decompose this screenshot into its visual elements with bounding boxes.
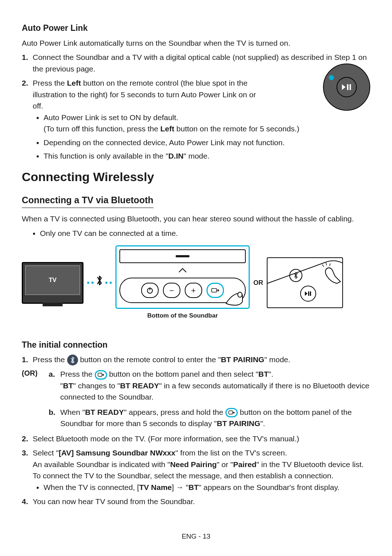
ic-step-1: 1. Press the PAIR button on the remote c… [33, 354, 370, 365]
svg-point-6 [238, 292, 242, 297]
ic-step-2: 2. Select Bluetooth mode on the TV. (For… [33, 433, 370, 445]
finger-tap-icon [222, 289, 255, 307]
connecting-wirelessly-heading: Connecting Wirelessly [22, 168, 370, 186]
connecting-bullets: Only one TV can be connected at a time. [22, 228, 370, 239]
apl-bullet-3: This function is only available in the "… [44, 150, 370, 162]
bluetooth-connection-icon [87, 274, 112, 291]
initial-connection-title: The initial connection [22, 339, 370, 351]
auto-power-link-steps: 1. Connect the Soundbar and a TV with a … [22, 52, 370, 162]
plus-button: + [185, 283, 202, 298]
ic-step-3-bullet: When the TV is connected, [TV Name] → "B… [44, 482, 370, 493]
source-inline-icon [95, 370, 107, 380]
svg-rect-9 [310, 291, 311, 296]
bt-pair-icon [293, 272, 298, 279]
tv-screen-label: TV [25, 265, 80, 295]
page-footer: ENG - 13 [181, 531, 210, 542]
ic-step-4: 4. You can now hear TV sound from the So… [33, 496, 370, 507]
source-button-highlighted [207, 283, 224, 298]
finger-press-icon [315, 262, 343, 287]
apl-step-1: 1. Connect the Soundbar and a TV with a … [33, 52, 370, 74]
power-button [141, 283, 159, 298]
connecting-via-bluetooth-heading: Connecting a TV via Bluetooth [22, 193, 154, 208]
svg-rect-5 [212, 289, 217, 292]
connecting-bullet-1: Only one TV can be connected at a time. [40, 228, 370, 239]
tv-figure: TV [22, 262, 83, 304]
soundbar-top-view [119, 249, 246, 263]
ic-step-or: (OR) a. Press the button on the bottom p… [39, 368, 370, 429]
source-inline-icon-2 [225, 408, 238, 417]
auto-power-link-title: Auto Power Link [22, 22, 370, 34]
or-label: OR [253, 278, 263, 288]
connecting-intro: When a TV is connected using Bluetooth, … [22, 213, 370, 225]
svg-rect-11 [98, 373, 102, 376]
svg-text:PAIR: PAIR [71, 361, 74, 363]
apl-step-2: 2. Press the Left button on the remote c… [33, 77, 370, 162]
soundbar-caption: Bottom of the Soundbar [147, 311, 218, 320]
apl-bullet-2: Depending on the connected device, Auto … [44, 137, 370, 148]
ic-step-3: 3. Select "[AV] Samsung Soundbar NWxxx" … [33, 447, 370, 493]
minus-button: − [163, 283, 180, 298]
svg-rect-8 [308, 291, 309, 296]
apl-step-2-bullets: Auto Power Link is set to ON by default.… [33, 112, 370, 162]
bluetooth-diagram: TV − + [22, 245, 370, 320]
svg-rect-12 [229, 411, 233, 414]
remote-pairing-figure [267, 257, 343, 308]
arrow-up-icon [178, 268, 187, 273]
apl-bullet-1: Auto Power Link is set to ON by default.… [44, 112, 370, 135]
bt-pair-inline-icon: PAIR [67, 355, 78, 365]
ic-sub-a: a. Press the button on the bottom panel … [60, 368, 370, 403]
svg-marker-7 [305, 291, 307, 296]
or-paren-label: (OR) [22, 368, 37, 379]
bluetooth-icon [96, 274, 103, 291]
auto-power-link-intro: Auto Power Link automatically turns on t… [22, 37, 370, 49]
ic-sub-b: b. When "BT READY" appears, press and ho… [60, 406, 370, 429]
initial-connection-steps: 1. Press the PAIR button on the remote c… [22, 354, 370, 507]
